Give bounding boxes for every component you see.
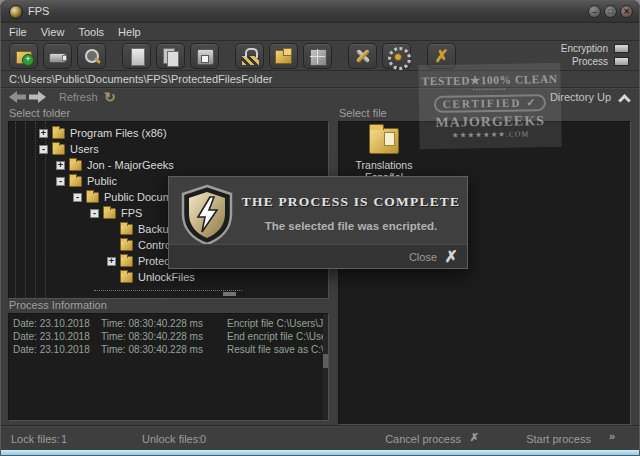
toolbar-add-folder-button[interactable] — [9, 43, 38, 69]
encryption-progress-bar — [614, 44, 629, 53]
log-time: Time: 08:30:40.228 ms — [101, 318, 227, 331]
process-label: Process — [572, 56, 608, 67]
title-bar[interactable]: FPS – □ ✕ — [1, 1, 639, 23]
menu-help[interactable]: Help — [118, 26, 141, 38]
tree-item-unlockfiles[interactable]: UnlockFiles — [9, 269, 328, 285]
tree-item-users[interactable]: -Users — [9, 141, 328, 157]
log-row: Date: 23.10.2018Time: 08:30:40.228 msEnc… — [13, 318, 326, 331]
refresh-icon[interactable]: ↻ — [104, 89, 116, 105]
box-icon — [304, 44, 331, 68]
floppy-icon — [191, 44, 218, 68]
toolbar-usb-drive-button[interactable] — [43, 43, 72, 69]
file-list[interactable]: TranslationsEspañol — [338, 121, 631, 425]
log-date: Date: 23.10.2018 — [13, 331, 101, 344]
toolbar-encrypt-case-button[interactable] — [235, 43, 264, 69]
log-time: Time: 08:30:40.228 ms — [101, 331, 227, 344]
directory-up-label[interactable]: Directory Up — [550, 91, 611, 103]
dialog-message: The selected file was encripted. — [241, 220, 461, 232]
expand-toggle-icon[interactable]: - — [73, 193, 82, 202]
folder-icon — [120, 224, 133, 235]
start-process-button[interactable]: Start process — [526, 433, 591, 445]
log-date: Date: 23.10.2018 — [13, 318, 101, 331]
tools-icon — [349, 44, 376, 68]
tree-horizontal-scrollbar[interactable] — [94, 290, 242, 296]
dialog-close-label[interactable]: Close — [409, 251, 437, 263]
toolbar-new-file-button[interactable] — [122, 43, 151, 69]
folder-icon — [86, 192, 99, 203]
toolbar-tools-button[interactable] — [348, 43, 377, 69]
menu-file[interactable]: File — [9, 26, 27, 38]
menu-view[interactable]: View — [41, 26, 65, 38]
refresh-label[interactable]: Refresh — [59, 91, 98, 103]
lock-icon — [236, 44, 263, 68]
folder-add-icon — [10, 44, 37, 68]
start-chevrons-icon[interactable]: » — [609, 430, 613, 442]
log-time: Time: 08:30:40.228 ms — [101, 344, 227, 357]
log-msg: Result file save as C:\Users\Public\ — [227, 344, 326, 357]
toolbar-copy-files-button[interactable] — [156, 43, 185, 69]
window-bottom-edge — [1, 450, 639, 455]
log-vertical-scrollbar[interactable] — [323, 314, 328, 420]
menu-bar: FileViewToolsHelp — [1, 23, 639, 41]
expand-toggle-icon[interactable]: - — [39, 145, 48, 154]
unlock-files-value: 0 — [200, 433, 206, 445]
tree-item-program-files-x86[interactable]: +Program Files (x86) — [9, 125, 328, 141]
directory-up-icon[interactable] — [618, 94, 631, 107]
log-row: Date: 23.10.2018Time: 08:30:40.228 msRes… — [13, 344, 326, 357]
dialog-close-x-icon[interactable]: ✗ — [445, 247, 458, 266]
toolbar-exit-button[interactable] — [427, 43, 456, 69]
toolbar-archive-box-button[interactable] — [303, 43, 332, 69]
folder-icon — [69, 176, 82, 187]
process-information-header: Process Information — [9, 299, 107, 311]
expand-toggle-icon[interactable]: + — [56, 161, 65, 170]
back-button[interactable] — [9, 91, 26, 103]
folder-icon — [369, 128, 399, 154]
log-msg: Encript file C:\Users\Jon - MajorGe — [227, 318, 326, 331]
scrollbar-thumb[interactable] — [323, 354, 328, 368]
select-file-header: Select file — [339, 107, 387, 119]
maximize-button[interactable]: □ — [604, 5, 617, 18]
cancel-process-button[interactable]: Cancel process — [385, 433, 461, 445]
file-item-translations-espa-ol[interactable]: TranslationsEspañol — [347, 128, 421, 183]
toolbar-save-encrypted-button[interactable] — [269, 43, 298, 69]
nav-row: Refresh ↻ Directory Up — [1, 88, 639, 107]
expand-toggle-icon[interactable]: + — [39, 129, 48, 138]
page-icon — [123, 44, 150, 68]
expand-toggle-icon[interactable]: + — [107, 257, 116, 266]
scrollbar-thumb[interactable] — [223, 292, 236, 296]
exit-icon — [428, 44, 455, 68]
app-shield-icon — [9, 5, 23, 19]
toolbar-search-files-button[interactable] — [77, 43, 106, 69]
address-bar[interactable]: C:\Users\Public\Documents\FPS\ProtectedF… — [1, 71, 639, 88]
toolbar-settings-button[interactable] — [382, 43, 411, 69]
log-row: Date: 23.10.2018Time: 08:30:40.228 msEnd… — [13, 331, 326, 344]
toolbar — [1, 41, 639, 71]
tree-item-jon-majorgeeks[interactable]: +Jon - MajorGeeks — [9, 157, 328, 173]
expand-toggle-icon[interactable]: - — [90, 209, 99, 218]
process-log[interactable]: Date: 23.10.2018Time: 08:30:40.228 msEnc… — [8, 313, 329, 421]
tree-item-label: Public — [87, 175, 117, 187]
menu-tools[interactable]: Tools — [78, 26, 104, 38]
forward-button[interactable] — [29, 91, 46, 103]
folder-icon — [52, 128, 65, 139]
lock-files-value: 1 — [61, 433, 67, 445]
tree-item-label: Users — [70, 143, 99, 155]
cancel-x-icon[interactable]: ✗ — [470, 431, 479, 444]
select-folder-header: Select folder — [9, 107, 70, 119]
process-complete-dialog: THE PROCESS IS COMPLETE The selected fil… — [168, 176, 468, 269]
log-date: Date: 23.10.2018 — [13, 344, 101, 357]
toolbar-save-file-button[interactable] — [190, 43, 219, 69]
gear-icon — [383, 44, 410, 68]
expand-toggle-icon[interactable]: - — [56, 177, 65, 186]
expand-spacer — [107, 225, 116, 234]
dialog-footer: Close ✗ — [169, 244, 467, 268]
tree-item-label: Jon - MajorGeeks — [87, 159, 174, 171]
close-button[interactable]: ✕ — [620, 5, 633, 18]
copy-icon — [157, 44, 184, 68]
minimize-button[interactable]: – — [588, 5, 601, 18]
usb-icon — [44, 44, 71, 68]
dialog-title: THE PROCESS IS COMPLETE — [241, 194, 461, 210]
tree-item-label: UnlockFiles — [138, 271, 195, 283]
folder-icon — [120, 240, 133, 251]
log-msg: End encript file C:\Users\Jon - Majo — [227, 331, 326, 344]
